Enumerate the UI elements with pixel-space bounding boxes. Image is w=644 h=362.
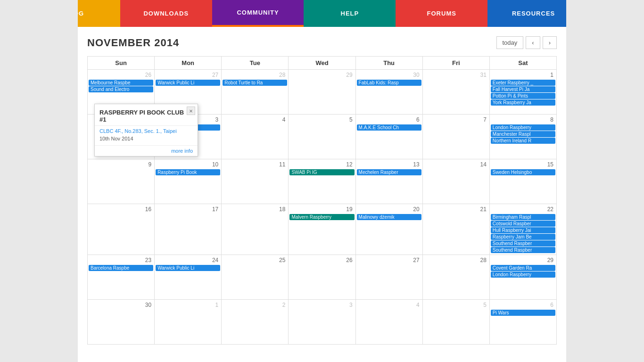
calendar-cell: 26 xyxy=(289,255,355,300)
day-number: 29 xyxy=(491,256,555,264)
calendar-event[interactable]: Sound and Electro xyxy=(89,86,153,92)
calendar-title: NOVEMBER 2014 xyxy=(87,37,179,49)
day-number: 27 xyxy=(156,71,220,79)
calendar-event[interactable]: Malvern Raspberry xyxy=(289,214,354,220)
calendar-cell: 9 xyxy=(88,159,155,204)
nav-community[interactable]: COMMUNITY xyxy=(212,0,304,27)
day-header-sat: Sat xyxy=(489,57,556,70)
day-number: 26 xyxy=(289,256,354,264)
calendar-header: NOVEMBER 2014 today ‹ › xyxy=(87,36,557,49)
prev-month-button[interactable]: ‹ xyxy=(526,36,540,49)
calendar-cell: 1Exeter Raspberry _Fall Harvest Pi JaPot… xyxy=(489,70,556,115)
day-header-wed: Wed xyxy=(289,57,355,70)
calendar-event[interactable]: Manchester Raspl xyxy=(491,131,555,137)
calendar-cell: 28 xyxy=(422,255,489,300)
calendar-event[interactable]: Covent Garden Ra xyxy=(491,265,555,271)
calendar-cell: 25 xyxy=(222,255,289,300)
day-number: 5 xyxy=(424,301,488,309)
day-number: 26 xyxy=(89,71,153,79)
calendar-event[interactable]: Exeter Raspberry _ xyxy=(491,80,555,86)
calendar-event[interactable]: London Raspberry xyxy=(491,272,555,278)
calendar-days-row: SunMonTueWedThuFriSat xyxy=(88,57,557,70)
calendar-event[interactable]: Potton Pi & Pints xyxy=(491,93,555,99)
calendar-event[interactable]: Pi Wars xyxy=(491,310,555,316)
day-number: 10 xyxy=(156,160,220,169)
day-header-thu: Thu xyxy=(355,57,422,70)
calendar-cell: 12SWAB Pi IG xyxy=(289,159,355,204)
calendar-event[interactable]: Cotswold Raspber xyxy=(491,221,555,227)
calendar-cell: 14 xyxy=(422,159,489,204)
calendar-event[interactable]: Hull Raspberry Jai xyxy=(491,227,555,233)
calendar-cell: 13Mechelen Raspber xyxy=(355,159,422,204)
calendar-header-row: SunMonTueWedThuFriSat xyxy=(88,57,557,70)
calendar-event[interactable]: Malinowy dżemik xyxy=(357,214,421,220)
calendar-cell: 4 xyxy=(355,300,422,345)
calendar-cell: 3 xyxy=(289,300,355,345)
calendar-event[interactable]: FabLab Kids: Rasp xyxy=(357,80,421,86)
day-number: 13 xyxy=(357,160,421,169)
calendar-cell: 15Sweden Helsingbo xyxy=(489,159,556,204)
day-header-tue: Tue xyxy=(222,57,289,70)
today-button[interactable]: today xyxy=(496,36,524,49)
calendar-event[interactable]: Southend Raspber xyxy=(491,240,555,247)
calendar-cell: 11 xyxy=(222,159,289,204)
popup-more-info[interactable]: more info xyxy=(95,145,198,156)
calendar-cell: 7 xyxy=(422,115,489,159)
right-sidebar xyxy=(566,0,644,362)
day-number: 6 xyxy=(357,115,421,124)
calendar-event[interactable]: York Raspberry Ja xyxy=(491,99,555,106)
calendar-event[interactable]: M.A.K.E School Ch xyxy=(357,124,421,131)
day-number: 28 xyxy=(424,256,488,264)
calendar-cell: 5 xyxy=(289,115,355,159)
day-number: 12 xyxy=(289,160,354,169)
calendar-cell: 1 xyxy=(155,300,222,345)
calendar-event[interactable]: London Raspberry xyxy=(491,124,555,131)
calendar-event[interactable]: Raspberry Pi Book xyxy=(156,169,220,175)
nav-forums[interactable]: FORUMS xyxy=(396,0,487,27)
calendar-event[interactable]: Sweden Helsingbo xyxy=(491,169,555,175)
calendar-nav: today ‹ › xyxy=(496,36,557,49)
day-number: 20 xyxy=(357,205,421,214)
calendar-cell: 27 xyxy=(355,255,422,300)
calendar-event[interactable]: Warwick Public Li xyxy=(156,265,220,271)
calendar-event[interactable]: Mechelen Raspber xyxy=(357,169,421,175)
day-number: 9 xyxy=(89,160,153,169)
calendar-wrapper: NOVEMBER 2014 today ‹ › SunMonTueWedThuF… xyxy=(78,27,566,362)
nav-downloads[interactable]: DOWNLOADS xyxy=(120,0,212,27)
calendar-event[interactable]: Birmingham Raspl xyxy=(491,214,555,220)
popup-close-button[interactable]: × xyxy=(187,107,195,115)
calendar-week-row: 16171819Malvern Raspberry20Malinowy dżem… xyxy=(88,204,557,255)
day-number: 8 xyxy=(491,115,555,124)
calendar-event[interactable]: Northern Ireland R xyxy=(491,138,555,144)
day-header-mon: Mon xyxy=(155,57,222,70)
calendar-event[interactable]: Robot Turtle to Ra xyxy=(223,80,287,86)
next-month-button[interactable]: › xyxy=(543,36,557,49)
calendar-event[interactable]: Warwick Public Li xyxy=(156,80,220,86)
day-number: 2 xyxy=(223,301,287,309)
popup-date: 10th Nov 2014 xyxy=(95,135,198,145)
calendar-cell: 31 xyxy=(422,70,489,115)
calendar-event[interactable]: Southend Raspber xyxy=(491,247,555,253)
calendar-event[interactable]: Melbourne Raspbe xyxy=(89,80,153,86)
nav-resources[interactable]: RESOURCES xyxy=(487,0,579,27)
calendar-cell: 18 xyxy=(222,204,289,255)
calendar-cell: 19Malvern Raspberry xyxy=(289,204,355,255)
day-number: 14 xyxy=(424,160,488,169)
day-number: 16 xyxy=(89,205,153,214)
day-number: 25 xyxy=(223,256,287,264)
day-number: 30 xyxy=(357,71,421,79)
calendar-cell: 29 xyxy=(289,70,355,115)
calendar-week-row: 910Raspberry Pi Book1112SWAB Pi IG13Mech… xyxy=(88,159,557,204)
day-number: 15 xyxy=(491,160,555,169)
calendar-event[interactable]: Fall Harvest Pi Ja xyxy=(491,86,555,92)
calendar-cell: 24Warwick Public Li xyxy=(155,255,222,300)
day-number: 23 xyxy=(89,256,153,264)
nav-help[interactable]: HELP xyxy=(304,0,396,27)
calendar-cell: 8London RaspberryManchester RasplNorther… xyxy=(489,115,556,159)
calendar-event[interactable]: Raspberry Jam Be xyxy=(491,234,555,240)
popup-title: RASPBERRY PI BOOK CLUB #1 xyxy=(95,104,198,126)
calendar-event[interactable]: Barcelona Raspbe xyxy=(89,265,153,271)
day-number: 24 xyxy=(156,256,220,264)
calendar-event[interactable]: SWAB Pi IG xyxy=(289,169,354,175)
day-number: 1 xyxy=(491,71,555,79)
